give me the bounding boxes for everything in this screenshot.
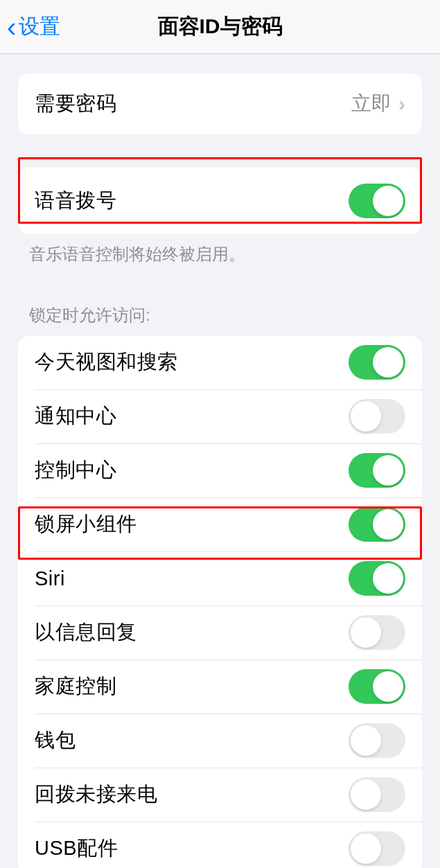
lock-access-item-label: Siri [35,567,65,590]
lock-access-item-label: USB配件 [35,835,118,862]
lock-access-item-label: 控制中心 [35,457,116,484]
lock-access-item-label: 以信息回复 [35,619,137,646]
lock-access-item-label: 锁屏小组件 [35,511,137,538]
lock-access-item-label: 家庭控制 [35,673,116,700]
toggle-knob [351,401,381,432]
passcode-group: 需要密码 立即 › [18,73,422,134]
lock-access-toggle[interactable] [349,669,405,704]
lock-access-row: 控制中心 [18,444,422,497]
lock-access-toggle[interactable] [349,345,405,380]
toggle-knob [351,779,381,810]
lock-access-toggle[interactable] [349,777,405,812]
toggle-knob [351,617,381,648]
lock-access-toggle[interactable] [349,561,405,596]
lock-access-toggle[interactable] [349,723,405,758]
lock-access-row: 家庭控制 [18,660,422,714]
toggle-knob [373,509,403,540]
lock-access-row: 钱包 [18,714,422,768]
lock-access-item-label: 回拨未接来电 [35,781,157,808]
lock-access-toggle[interactable] [349,831,405,866]
lock-access-item-label: 今天视图和搜索 [35,348,178,376]
toggle-knob [373,347,403,378]
lock-access-item-label: 钱包 [35,727,76,754]
lock-access-row: 通知中心 [18,390,422,443]
lock-access-row: 以信息回复 [18,606,422,659]
lock-access-header: 锁定时允许访问: [0,304,440,336]
require-passcode-label: 需要密码 [35,90,116,118]
require-passcode-value: 立即 [351,90,391,118]
lock-access-row: 回拨未接来电 [18,768,422,822]
lock-access-row: USB配件 [18,822,422,868]
lock-access-group: 今天视图和搜索通知中心控制中心锁屏小组件Siri以信息回复家庭控制钱包回拨未接来… [18,336,422,868]
toggle-knob [373,455,403,486]
lock-access-toggle[interactable] [349,507,405,542]
lock-access-row: Siri [18,552,422,605]
back-label: 设置 [19,12,60,41]
require-passcode-row[interactable]: 需要密码 立即 › [18,73,422,134]
toggle-knob [351,833,381,864]
toggle-knob [373,671,403,702]
lock-access-toggle[interactable] [349,399,405,434]
toggle-knob [351,725,381,756]
voice-dial-row: 语音拨号 [18,168,422,234]
lock-access-row: 今天视图和搜索 [18,336,422,389]
navigation-bar: ‹ 设置 面容ID与密码 [0,0,440,54]
voice-dial-footer: 音乐语音控制将始终被启用。 [0,234,440,266]
lock-access-toggle[interactable] [349,453,405,488]
voice-dial-toggle[interactable] [349,184,405,218]
voice-dial-label: 语音拨号 [35,187,116,215]
chevron-right-icon: › [398,92,405,116]
back-button[interactable]: ‹ 设置 [7,12,60,41]
lock-access-row: 锁屏小组件 [18,498,422,551]
chevron-left-icon: ‹ [7,13,16,41]
voice-dial-group: 语音拨号 [18,168,422,234]
lock-access-toggle[interactable] [349,615,405,650]
page-title: 面容ID与密码 [0,12,440,41]
toggle-knob [373,563,403,594]
toggle-knob [373,186,403,216]
lock-access-item-label: 通知中心 [35,402,116,430]
